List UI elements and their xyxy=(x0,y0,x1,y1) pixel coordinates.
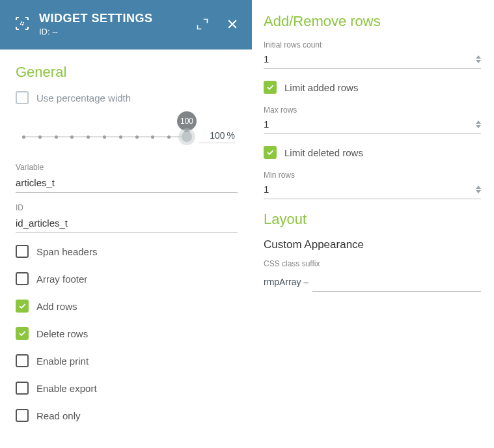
variable-label: Variable xyxy=(16,163,238,172)
max-rows-label: Max rows xyxy=(264,105,481,115)
option-checkbox-3[interactable] xyxy=(16,327,29,340)
initial-rows-input[interactable]: 1 xyxy=(264,52,481,69)
slider-value-display: 100 % xyxy=(199,130,235,143)
option-checkbox-1[interactable] xyxy=(16,272,29,285)
option-checkbox-2[interactable] xyxy=(16,300,29,313)
svg-rect-0 xyxy=(21,22,23,25)
expand-icon[interactable] xyxy=(196,18,209,31)
addremove-section-title: Add/Remove rows xyxy=(264,13,481,30)
option-label-4: Enable print xyxy=(36,356,89,367)
min-rows-label: Min rows xyxy=(264,171,481,180)
close-icon[interactable] xyxy=(226,18,239,31)
limit-deleted-label: Limit deleted rows xyxy=(284,147,363,158)
panel-id: ID: -- xyxy=(39,27,196,36)
custom-appearance-title: Custom Appearance xyxy=(264,238,481,251)
option-label-1: Array footer xyxy=(36,273,87,285)
use-percentage-checkbox[interactable] xyxy=(16,91,29,104)
slider-tooltip: 100 xyxy=(177,111,197,131)
option-label-3: Delete rows xyxy=(36,328,88,339)
option-label-0: Span headers xyxy=(36,246,97,257)
id-label: ID xyxy=(16,203,238,212)
max-rows-input[interactable]: 1 xyxy=(264,117,481,134)
spinner-arrows-icon[interactable] xyxy=(476,55,481,63)
option-checkbox-6[interactable] xyxy=(16,409,29,422)
option-label-2: Add rows xyxy=(36,301,77,312)
min-rows-input[interactable]: 1 xyxy=(264,182,481,199)
id-input[interactable] xyxy=(16,215,238,233)
general-section-title: General xyxy=(16,64,238,81)
use-percentage-label: Use percentage width xyxy=(36,92,131,104)
option-checkbox-4[interactable] xyxy=(16,354,29,367)
layout-section-title: Layout xyxy=(264,211,481,228)
spinner-arrows-icon[interactable] xyxy=(476,120,481,128)
option-label-5: Enable export xyxy=(36,383,97,394)
panel-header: WIDGET SETTINGS ID: -- xyxy=(0,0,252,49)
initial-rows-label: Initial rows count xyxy=(264,40,481,49)
panel-title: WIDGET SETTINGS xyxy=(39,12,196,25)
slider-handle[interactable] xyxy=(182,132,192,142)
width-slider[interactable]: 100 100 % xyxy=(22,130,235,143)
css-prefix-text: rmpArray – xyxy=(264,277,309,287)
option-checkbox-5[interactable] xyxy=(16,382,29,395)
css-suffix-label: CSS class suffix xyxy=(264,259,481,268)
css-suffix-input[interactable] xyxy=(312,273,481,292)
limit-deleted-checkbox[interactable] xyxy=(264,146,277,159)
option-label-6: Read only xyxy=(36,410,81,421)
limit-added-checkbox[interactable] xyxy=(264,81,277,94)
option-checkbox-0[interactable] xyxy=(16,245,29,258)
variable-input[interactable] xyxy=(16,175,238,193)
spinner-arrows-icon[interactable] xyxy=(476,186,481,193)
widget-settings-icon xyxy=(14,16,30,33)
limit-added-label: Limit added rows xyxy=(284,82,358,93)
